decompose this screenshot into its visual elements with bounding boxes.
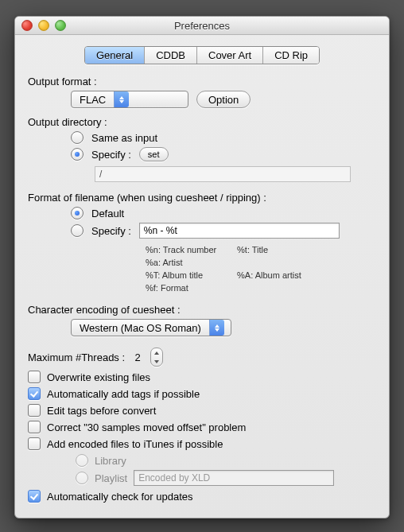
output-dir-label: Output directory : [28, 116, 376, 128]
chevron-updown-icon [209, 320, 224, 336]
add-itunes-checkbox[interactable] [28, 437, 41, 450]
threads-stepper[interactable] [150, 348, 163, 367]
check-updates-checkbox[interactable] [28, 490, 41, 503]
content: General CDDB Cover Art CD Rip Output for… [15, 35, 389, 518]
output-format-value: FLAC [72, 94, 114, 106]
encoding-select[interactable]: Western (Mac OS Roman) [71, 319, 231, 336]
traffic-lights [21, 20, 66, 31]
set-button[interactable]: set [139, 147, 169, 161]
output-dir-same-label: Same as input [91, 132, 157, 144]
filename-legend: %n: Track number %t: Title %a: Artist %T… [146, 243, 376, 294]
tabs: General CDDB Cover Art CD Rip [28, 46, 376, 64]
output-dir-specify-radio[interactable] [71, 148, 84, 161]
tab-general[interactable]: General [85, 47, 145, 64]
preferences-window: Preferences General CDDB Cover Art CD Ri… [14, 16, 390, 518]
itunes-playlist-radio [76, 472, 88, 484]
edit-tags-checkbox[interactable] [28, 404, 41, 417]
tab-cddb[interactable]: CDDB [145, 47, 197, 64]
filename-specify-label: Specify : [91, 225, 131, 237]
filename-pattern-input[interactable]: %n - %t [139, 223, 340, 239]
filename-format-label: Format of filename (when using cuesheet … [28, 192, 376, 204]
output-dir-path: / [95, 166, 351, 182]
titlebar: Preferences [15, 17, 389, 35]
tab-cover-art[interactable]: Cover Art [197, 47, 263, 64]
chevron-updown-icon [114, 91, 129, 107]
itunes-playlist-input: Encoded by XLD [134, 470, 334, 486]
filename-default-radio[interactable] [71, 207, 84, 219]
close-icon[interactable] [21, 20, 33, 31]
check-updates-label: Automatically check for updates [47, 491, 193, 503]
minimize-icon[interactable] [38, 20, 49, 31]
zoom-icon[interactable] [55, 20, 66, 31]
add-itunes-label: Add encoded files to iTunes if possible [47, 438, 223, 450]
option-button[interactable]: Option [196, 91, 251, 108]
overwrite-checkbox[interactable] [28, 371, 41, 383]
output-dir-same-radio[interactable] [71, 131, 84, 144]
auto-tags-checkbox[interactable] [28, 387, 41, 400]
encoding-value: Western (Mac OS Roman) [72, 322, 209, 334]
itunes-library-label: Library [95, 455, 126, 467]
output-dir-specify-label: Specify : [91, 149, 131, 161]
threads-value: 2 [133, 351, 142, 363]
output-format-select[interactable]: FLAC [71, 91, 188, 108]
itunes-playlist-label: Playlist [95, 472, 127, 484]
window-title: Preferences [15, 20, 389, 32]
overwrite-label: Overwrite existing files [47, 371, 150, 383]
filename-specify-radio[interactable] [71, 224, 84, 237]
correct-30-label: Correct "30 samples moved offset" proble… [47, 421, 246, 433]
correct-30-checkbox[interactable] [28, 421, 41, 433]
tab-cd-rip[interactable]: CD Rip [263, 47, 319, 64]
encoding-label: Character encoding of cuesheet : [28, 304, 376, 316]
edit-tags-label: Edit tags before convert [47, 405, 156, 417]
tabbar: General CDDB Cover Art CD Rip [84, 46, 320, 64]
output-format-label: Output format : [28, 76, 376, 87]
itunes-library-radio [76, 454, 88, 467]
auto-tags-label: Automatically add tags if possible [47, 388, 200, 400]
filename-default-label: Default [91, 208, 124, 219]
stepper-up-icon[interactable] [151, 348, 162, 357]
threads-label: Maximum #Threads : [28, 351, 125, 363]
stepper-down-icon[interactable] [151, 357, 162, 366]
